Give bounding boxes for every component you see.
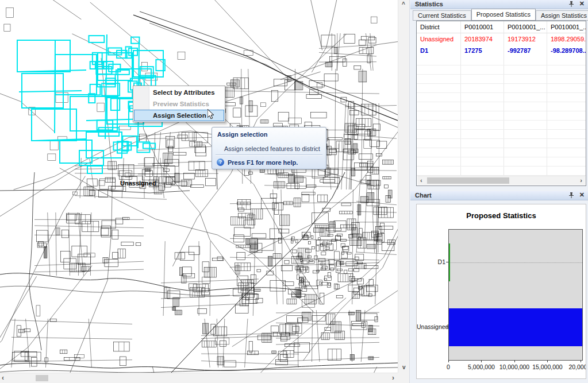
scroll-right-icon[interactable]: › [392, 375, 394, 381]
tooltip-help-text: Press F1 for more help. [228, 159, 298, 166]
help-icon: ? [217, 158, 224, 166]
dock-panel-column: Statistics ✕ Current Statistics Proposed… [409, 0, 588, 383]
tooltip-divider [216, 154, 322, 156]
map-horizontal-scrollbar[interactable]: ‹ › [0, 373, 398, 383]
scroll-up-icon[interactable]: ^ [402, 2, 405, 7]
pin-icon[interactable] [568, 1, 575, 7]
cursor-icon [207, 109, 215, 120]
table-horizontal-scrollbar[interactable]: ‹ › [417, 176, 585, 185]
map-vertical-scrollbar[interactable]: ^ v [398, 0, 410, 373]
tab-proposed-statistics[interactable]: Proposed Statistics [471, 9, 536, 21]
table-row-unassigned[interactable]: Unassigned 20183974 19173912 1898.29059.… [417, 33, 586, 45]
table-hscroll-thumb[interactable] [427, 177, 509, 184]
chart-plot [448, 229, 583, 361]
menu-item-preview-statistics: Preview Statistics [134, 98, 224, 110]
chart-panel-title: Chart [415, 192, 432, 199]
column-header-p0010001-3: P0010001_... [547, 21, 586, 33]
column-header-p0010001-2: P0010001_... [504, 21, 547, 33]
chart-bar-D1 [449, 243, 450, 281]
chart-panel: Chart ✕ Proposed Statistics D1Unassigned… [410, 191, 588, 383]
statistics-panel-title: Statistics [415, 1, 443, 7]
column-header-district: District [417, 21, 461, 33]
column-header-p0010001: P0010001 [461, 21, 504, 33]
chart-bar-Unassigned [449, 308, 582, 346]
chart-panel-header: Chart ✕ [410, 191, 588, 200]
cell-value: -98.289708.. [547, 45, 586, 56]
cell-value: 17275 [461, 45, 504, 56]
tooltip-title: Assign selection [217, 131, 267, 138]
cell-value: -992787 [504, 45, 547, 56]
statistics-panel-header: Statistics ✕ [410, 0, 588, 9]
scroll-down-icon[interactable]: v [402, 365, 406, 370]
cell-value: 1898.29059.. [547, 33, 586, 45]
cell-district: Unassigned [417, 33, 461, 45]
cell-value: 20183974 [461, 33, 504, 45]
assign-selection-tooltip: Assign selection Assign selected feature… [212, 127, 326, 169]
cell-value: 19173912 [504, 33, 547, 45]
pin-icon[interactable] [568, 192, 575, 199]
scrollbar-corner [398, 373, 409, 383]
close-icon[interactable]: ✕ [579, 191, 585, 199]
scroll-left-icon[interactable]: ‹ [420, 177, 422, 183]
map-viewport[interactable]: Unassigned Select by Attributes Preview … [0, 0, 398, 373]
map-hscroll-thumb[interactable] [36, 375, 48, 381]
tab-assign-statistics[interactable]: Assign Statistics [536, 10, 588, 21]
tab-current-statistics[interactable]: Current Statistics [413, 10, 471, 21]
scroll-right-icon[interactable]: › [580, 177, 582, 183]
chart-title: Proposed Statistics [417, 211, 586, 220]
map-district-label: Unassigned [120, 180, 156, 187]
chart-frame: Proposed Statistics D1Unassigned05,000,0… [416, 204, 586, 379]
tooltip-description: Assign selected features to district [224, 145, 320, 152]
menu-item-select-by-attributes[interactable]: Select by Attributes [134, 87, 224, 98]
table-empty-rows [417, 56, 586, 176]
table-header-row: District P0010001 P0010001_... P0010001_… [417, 21, 586, 33]
scroll-left-icon[interactable]: ‹ [2, 375, 4, 381]
statistics-table: District P0010001 P0010001_... P0010001_… [416, 21, 586, 186]
statistics-tabs: Current Statistics Proposed Statistics A… [413, 9, 588, 21]
map-canvas [0, 0, 398, 373]
table-row-d1[interactable]: D1 17275 -992787 -98.289708.. [417, 45, 586, 56]
cell-district: D1 [417, 45, 461, 56]
close-icon[interactable]: ✕ [579, 0, 585, 7]
statistics-panel: Statistics ✕ Current Statistics Proposed… [410, 0, 588, 187]
